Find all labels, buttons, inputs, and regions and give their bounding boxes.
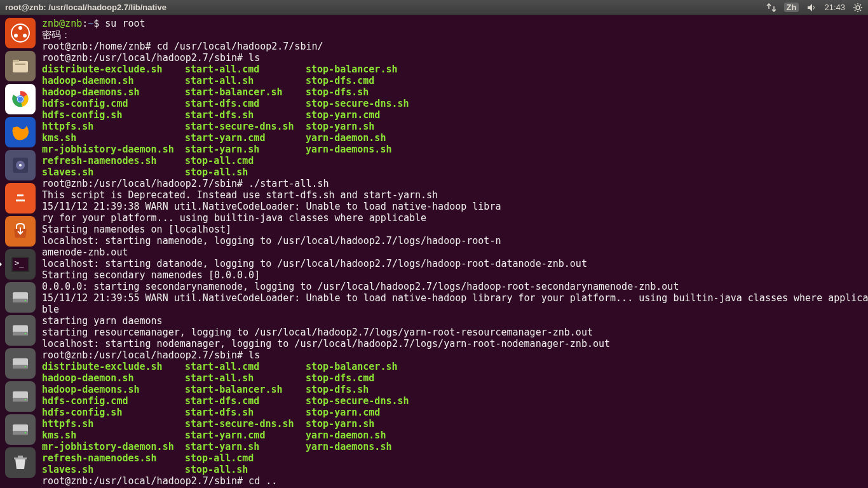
svg-point-16	[19, 164, 22, 166]
svg-rect-6	[13, 60, 19, 62]
svg-rect-7	[15, 64, 25, 65]
drive-icon-2[interactable]	[5, 315, 36, 346]
media-icon[interactable]	[5, 150, 36, 180]
terminal-line: hadoop-daemons.shstart-balancer.shstop-d…	[42, 384, 867, 395]
terminal-line: hdfs-config.cmdstart-dfs.cmdstop-secure-…	[42, 98, 867, 109]
clock[interactable]: 21:43	[824, 3, 845, 12]
terminal-line: httpfs.shstart-secure-dns.shstop-yarn.sh	[42, 418, 867, 430]
dash-icon[interactable]	[5, 18, 36, 48]
terminal-line: znb@znb:~$ su root	[42, 18, 867, 29]
terminal-line: root@znb:/usr/local/hadoop2.7/sbin# ls	[42, 349, 867, 361]
terminal-line: localhost: starting namenode, logging to…	[42, 235, 867, 247]
unity-launcher: >_	[0, 15, 41, 488]
svg-rect-18	[16, 200, 25, 201]
ime-indicator[interactable]: Zh	[784, 3, 799, 12]
svg-point-3	[14, 34, 18, 37]
terminal-line: slaves.shstop-all.sh	[42, 166, 867, 178]
svg-point-0	[856, 6, 860, 10]
svg-point-12	[18, 97, 23, 102]
terminal-line: starting resourcemanager, logging to /us…	[42, 327, 867, 338]
svg-point-2	[18, 26, 22, 30]
terminal-line: starting yarn daemons	[42, 315, 867, 327]
terminal-line: root@znb:/home/znb# cd /usr/local/hadoop…	[42, 41, 867, 52]
window-title: root@znb: /usr/local/hadoop2.7/lib/nativ…	[5, 3, 166, 12]
terminal-line: refresh-namenodes.shstop-all.cmd	[42, 452, 867, 464]
trash-icon[interactable]	[5, 447, 36, 478]
svg-point-36	[25, 432, 26, 433]
terminal-line: root@znb:/usr/local/hadoop2.7/sbin# ./st…	[42, 178, 867, 189]
terminal-line: httpfs.shstart-secure-dns.shstop-yarn.sh	[42, 121, 867, 132]
terminal-line: distribute-exclude.shstart-all.cmdstop-b…	[42, 361, 867, 372]
svg-rect-5	[13, 61, 28, 72]
terminal-line: Starting secondary namenodes [0.0.0.0]	[42, 269, 867, 281]
drive-icon-5[interactable]	[5, 414, 36, 445]
software-icon[interactable]	[5, 216, 36, 247]
terminal-line: localhost: starting nodemanager, logging…	[42, 338, 867, 349]
terminal-line: Starting namenodes on [localhost]	[42, 224, 867, 235]
drive-icon-4[interactable]	[5, 381, 36, 412]
terminal-line: 15/11/12 21:39:55 WARN util.NativeCodeLo…	[42, 292, 867, 304]
terminal-line: hadoop-daemon.shstart-all.shstop-dfs.cmd	[42, 372, 867, 384]
gear-icon[interactable]	[853, 3, 863, 13]
firefox-icon[interactable]	[5, 117, 36, 147]
sound-icon[interactable]	[806, 3, 817, 13]
terminal-line: hadoop-daemons.shstart-balancer.shstop-d…	[42, 86, 867, 98]
svg-rect-37	[14, 458, 27, 459]
terminal-line: kms.shstart-yarn.cmdyarn-daemon.sh	[42, 132, 867, 144]
terminal-line: ry for your platform... using builtin-ja…	[42, 212, 867, 224]
terminal-line: This script is Deprecated. Instead use s…	[42, 189, 867, 201]
vlc-icon[interactable]	[5, 183, 36, 214]
terminal-line: slaves.shstop-all.sh	[42, 464, 867, 475]
svg-point-30	[25, 366, 26, 367]
terminal-line: localhost: starting datanode, logging to…	[42, 258, 867, 269]
terminal-line: hadoop-daemon.shstart-all.shstop-dfs.cmd	[42, 75, 867, 86]
network-icon[interactable]	[766, 3, 776, 13]
terminal-line: 0.0.0.0: starting secondarynamenode, log…	[42, 281, 867, 292]
terminal-line: mr-jobhistory-daemon.shstart-yarn.shyarn…	[42, 441, 867, 452]
drive-icon-3[interactable]	[5, 348, 36, 379]
svg-rect-38	[18, 456, 23, 458]
terminal-line: mr-jobhistory-daemon.shstart-yarn.shyarn…	[42, 144, 867, 155]
terminal-line: amenode-znb.out	[42, 247, 867, 258]
terminal-line: hdfs-config.shstart-dfs.shstop-yarn.cmd	[42, 109, 867, 121]
drive-icon-1[interactable]	[5, 282, 36, 313]
chrome-icon[interactable]	[5, 84, 36, 114]
terminal-line: hdfs-config.cmdstart-dfs.cmdstop-secure-…	[42, 395, 867, 407]
terminal-icon[interactable]: >_	[5, 249, 36, 280]
files-icon[interactable]	[5, 51, 36, 81]
terminal-line: kms.shstart-yarn.cmdyarn-daemon.sh	[42, 430, 867, 441]
svg-rect-17	[17, 194, 24, 196]
terminal-line: 密码：	[42, 29, 867, 41]
terminal-line: 15/11/12 21:39:38 WARN util.NativeCodeLo…	[42, 201, 867, 212]
svg-point-27	[25, 333, 26, 334]
top-menu-bar: root@znb: /usr/local/hadoop2.7/lib/nativ…	[0, 0, 868, 15]
terminal-content[interactable]: znb@znb:~$ su root密码：root@znb:/home/znb#…	[41, 15, 868, 488]
svg-point-24	[25, 300, 26, 301]
svg-text:>_: >_	[15, 259, 24, 268]
terminal-line: root@znb:/usr/local/hadoop2.7/sbin# cd .…	[42, 475, 867, 487]
terminal-line: hdfs-config.shstart-dfs.shstop-yarn.cmd	[42, 407, 867, 418]
terminal-line: root@znb:/usr/local/hadoop2.7/sbin# ls	[42, 52, 867, 64]
terminal-line: distribute-exclude.shstart-all.cmdstop-b…	[42, 64, 867, 75]
svg-point-33	[25, 399, 26, 400]
svg-point-4	[23, 34, 27, 37]
terminal-line: ble	[42, 304, 867, 315]
terminal-line: refresh-namenodes.shstop-all.cmd	[42, 155, 867, 166]
